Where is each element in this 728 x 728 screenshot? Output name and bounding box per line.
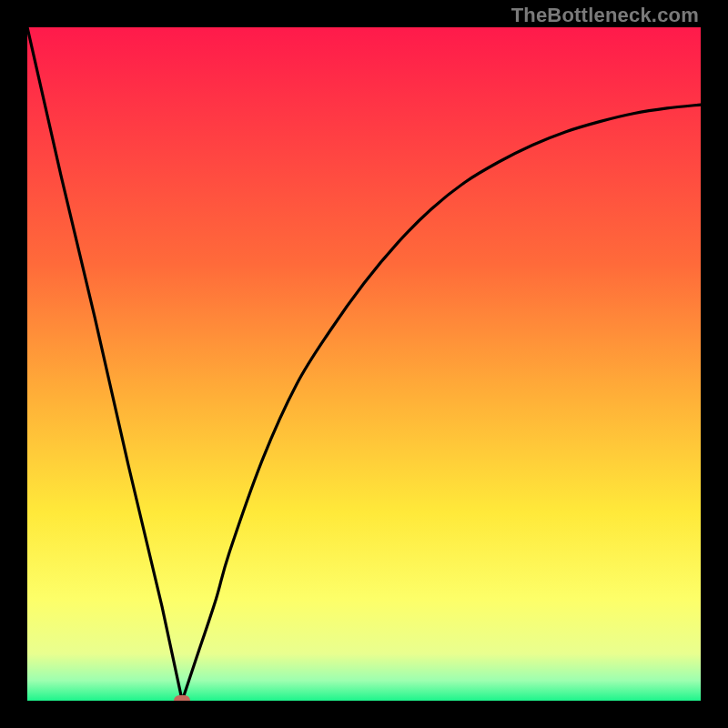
optimal-point-marker — [174, 695, 190, 701]
plot-area — [27, 27, 701, 701]
bottleneck-curve — [27, 27, 701, 701]
watermark-text: TheBottleneck.com — [511, 4, 699, 27]
chart-frame: TheBottleneck.com — [0, 0, 728, 728]
